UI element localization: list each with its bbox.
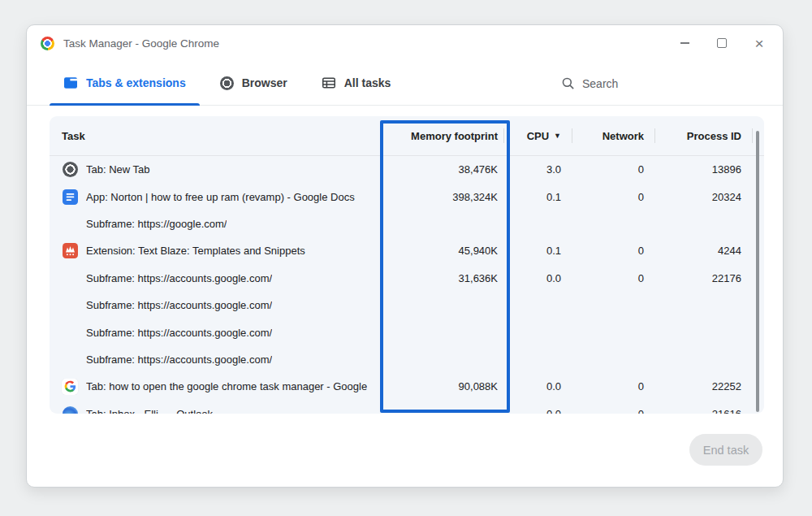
task-table: Task Memory footprint CPU ▼ Network Proc… <box>50 116 764 414</box>
process-id-value: 22252 <box>655 380 753 392</box>
tab-label: Browser <box>242 76 287 89</box>
memory-value: 90,088K <box>380 380 504 392</box>
google-docs-icon <box>62 189 78 205</box>
column-header-memory-footprint[interactable]: Memory footprint <box>380 116 504 155</box>
table-body: Tab: New Tab 38,476K 3.0 0 13896 App: No… <box>50 156 764 414</box>
task-label: Tab: New Tab <box>86 163 150 176</box>
process-id-value: 4244 <box>655 245 753 257</box>
close-icon[interactable]: × <box>754 37 765 49</box>
tab-label: All tasks <box>344 76 391 89</box>
google-g-icon <box>62 379 78 395</box>
task-label: Subframe: https://accounts.google.com/ <box>86 272 272 284</box>
column-header-task[interactable]: Task <box>50 116 380 155</box>
tab-label: Tabs & extensions <box>86 76 186 89</box>
task-label: Extension: Text Blaze: Templates and Sni… <box>86 245 305 257</box>
network-value: 0 <box>572 380 655 392</box>
cpu-value: 0.1 <box>504 245 572 257</box>
table-row[interactable]: Subframe: https://accounts.google.com/ <box>50 292 764 319</box>
task-label: Subframe: https://accounts.google.com/ <box>86 327 272 339</box>
process-id-value: 13896 <box>655 163 753 176</box>
text-blaze-icon <box>62 243 78 259</box>
tab-bar: Tabs & extensions Browser All tasks <box>27 61 783 106</box>
column-header-network[interactable]: Network <box>572 116 655 155</box>
table-row[interactable]: App: Norton | how to free up ram (revamp… <box>50 183 764 210</box>
process-id-value: 21616 <box>655 408 753 414</box>
tab-all-tasks[interactable]: All tasks <box>308 61 405 105</box>
table-row[interactable]: Tab: New Tab 38,476K 3.0 0 13896 <box>50 156 764 183</box>
task-label: Subframe: https://accounts.google.com/ <box>86 299 272 311</box>
network-value: 0 <box>572 272 655 284</box>
memory-value: 31,636K <box>380 272 504 284</box>
search-box[interactable] <box>561 61 680 106</box>
task-manager-window: Task Manager - Google Chrome × Tabs & ex… <box>26 24 784 488</box>
tab-icon <box>63 76 78 90</box>
table-row[interactable]: Subframe: https://accounts.google.com/ <box>50 319 764 345</box>
search-input[interactable] <box>582 77 680 90</box>
misc-blue-icon <box>62 405 78 414</box>
sort-descending-icon: ▼ <box>554 132 561 140</box>
task-label: Tab: how to open the google chrome task … <box>86 380 367 392</box>
chrome-logo-icon <box>41 37 54 50</box>
network-value: 0 <box>572 245 655 257</box>
tab-tabs-and-extensions[interactable]: Tabs & extensions <box>50 61 200 105</box>
column-header-process-id[interactable]: Process ID <box>655 116 753 155</box>
task-label: Subframe: https://google.com/ <box>86 218 227 230</box>
table-row[interactable]: Subframe: https://google.com/ <box>50 210 764 237</box>
task-label: Tab: Inbox - Elli... - Outlook <box>86 408 213 414</box>
title-bar: Task Manager - Google Chrome × <box>27 25 783 61</box>
process-id-value: 20324 <box>655 191 753 203</box>
grid-icon <box>322 76 336 90</box>
maximize-icon[interactable] <box>716 37 728 49</box>
table-row[interactable]: Tab: how to open the google chrome task … <box>50 373 764 400</box>
cpu-value: 0.1 <box>504 191 572 203</box>
cpu-value: 0.0 <box>504 408 572 414</box>
desktop-background: Task Manager - Google Chrome × Tabs & ex… <box>0 0 812 516</box>
process-id-value: 22176 <box>655 272 753 284</box>
table-row[interactable]: Extension: Text Blaze: Templates and Sni… <box>50 237 764 264</box>
cpu-value: 0.0 <box>504 380 572 392</box>
cpu-value: 3.0 <box>504 163 572 176</box>
memory-value: 398,324K <box>380 191 504 203</box>
window-title: Task Manager - Google Chrome <box>63 37 219 50</box>
table-row[interactable]: Subframe: https://accounts.google.com/ 3… <box>50 265 764 292</box>
memory-value: 45,940K <box>380 245 504 257</box>
network-value: 0 <box>572 191 655 203</box>
end-task-button[interactable]: End task <box>689 434 762 466</box>
chrome-icon <box>220 76 234 90</box>
vertical-scrollbar[interactable] <box>756 131 759 412</box>
table-row[interactable]: Tab: Inbox - Elli... - Outlook 0.0 0 216… <box>50 401 764 414</box>
task-label: Subframe: https://accounts.google.com/ <box>86 353 272 366</box>
cpu-value: 0.0 <box>504 272 572 284</box>
column-header-cpu[interactable]: CPU ▼ <box>504 116 572 155</box>
chrome-gray-icon <box>62 162 78 178</box>
table-header-row: Task Memory footprint CPU ▼ Network Proc… <box>50 116 764 156</box>
table-row[interactable]: Subframe: https://accounts.google.com/ <box>50 346 764 373</box>
search-icon <box>561 76 575 90</box>
tab-browser[interactable]: Browser <box>206 61 301 105</box>
network-value: 0 <box>572 408 655 414</box>
minimize-icon[interactable] <box>679 37 690 49</box>
task-label: App: Norton | how to free up ram (revamp… <box>86 191 355 203</box>
memory-value: 38,476K <box>380 163 504 176</box>
window-controls: × <box>679 25 765 61</box>
network-value: 0 <box>572 163 655 176</box>
